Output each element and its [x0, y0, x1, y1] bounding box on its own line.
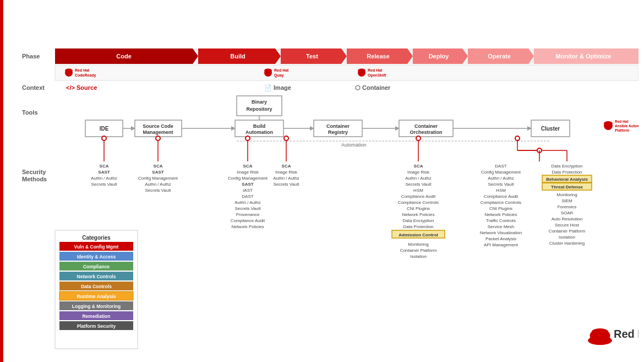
svg-text:Image Risk: Image Risk	[407, 170, 430, 175]
svg-text:Image Risk: Image Risk	[237, 170, 259, 175]
svg-text:Authn / Authz: Authn / Authz	[488, 176, 514, 181]
svg-text:Traffic Controls: Traffic Controls	[486, 218, 516, 223]
svg-text:Provenance: Provenance	[236, 212, 260, 217]
svg-text:SOAR: SOAR	[561, 210, 574, 215]
svg-text:Monitoring: Monitoring	[408, 242, 428, 247]
svg-text:Quay: Quay	[274, 73, 284, 78]
svg-text:Forensics: Forensics	[558, 204, 577, 209]
svg-text:Secrets Vault: Secrets Vault	[235, 206, 261, 211]
svg-text:Compliance Controls: Compliance Controls	[398, 200, 439, 205]
svg-text:Config Management: Config Management	[138, 176, 178, 181]
svg-point-66	[604, 121, 613, 126]
svg-text:Red Hat: Red Hat	[368, 68, 383, 72]
svg-text:SAST: SAST	[98, 170, 110, 175]
svg-text:Container Platform: Container Platform	[549, 229, 586, 234]
svg-text:API Management: API Management	[484, 242, 519, 247]
svg-text:Operate: Operate	[488, 53, 511, 60]
main-diagram: Code Build Test Release Deploy Operate M…	[22, 48, 638, 362]
svg-text:Container: Container	[326, 123, 350, 129]
svg-text:Test: Test	[306, 53, 318, 60]
svg-text:Methods: Methods	[22, 176, 47, 182]
svg-text:Threat Defense: Threat Defense	[551, 185, 583, 190]
svg-text:HSM: HSM	[496, 188, 506, 193]
svg-text:Network Policies: Network Policies	[484, 212, 517, 217]
svg-text:Service Mesh: Service Mesh	[488, 224, 514, 229]
svg-text:Isolation: Isolation	[410, 254, 427, 259]
svg-text:IDE: IDE	[100, 126, 109, 132]
svg-text:CNI Plugins: CNI Plugins	[407, 206, 430, 211]
svg-text:DAST: DAST	[495, 164, 506, 169]
svg-text:Monitor & Optimize: Monitor & Optimize	[556, 53, 612, 60]
svg-point-74	[156, 136, 160, 141]
svg-text:Cluster: Cluster	[541, 126, 560, 132]
svg-text:📄 Image: 📄 Image	[264, 84, 291, 91]
svg-text:Packet Analysis: Packet Analysis	[485, 236, 516, 241]
svg-text:Compliance: Compliance	[83, 264, 110, 269]
svg-text:Security: Security	[22, 169, 46, 175]
svg-text:Network Policies: Network Policies	[231, 224, 264, 229]
svg-text:Admission Control: Admission Control	[399, 233, 438, 237]
svg-text:HSM: HSM	[413, 188, 423, 193]
svg-text:Source Code: Source Code	[143, 123, 173, 129]
svg-text:Secrets Vault: Secrets Vault	[274, 182, 300, 187]
svg-text:Authn / Authz: Authn / Authz	[405, 176, 432, 181]
svg-text:Authn / Authz: Authn / Authz	[91, 176, 117, 181]
svg-text:Runtime Analysis: Runtime Analysis	[77, 294, 116, 299]
svg-text:SCA: SCA	[100, 164, 109, 169]
svg-text:Management: Management	[143, 129, 173, 135]
svg-text:Code: Code	[116, 53, 132, 60]
svg-text:Release: Release	[367, 53, 390, 60]
svg-text:SAST: SAST	[152, 170, 163, 175]
svg-text:DAST: DAST	[242, 194, 253, 199]
svg-text:⬡ Container: ⬡ Container	[355, 84, 391, 91]
svg-text:Data Encryption: Data Encryption	[552, 164, 583, 169]
svg-point-80	[416, 136, 421, 141]
svg-text:Cluster Hardening: Cluster Hardening	[549, 241, 585, 246]
svg-text:Compliance Audit: Compliance Audit	[231, 218, 265, 223]
svg-text:Red Hat: Red Hat	[75, 68, 90, 72]
svg-text:Context: Context	[22, 84, 45, 91]
svg-text:Remediation: Remediation	[82, 314, 110, 319]
svg-point-26	[358, 69, 365, 73]
svg-text:Red Hat: Red Hat	[274, 68, 289, 72]
svg-text:Data Protection: Data Protection	[403, 224, 433, 229]
svg-text:Authn / Authz: Authn / Authz	[145, 182, 171, 187]
svg-text:Automation: Automation	[245, 129, 273, 135]
svg-text:Red Hat: Red Hat	[615, 120, 629, 123]
svg-text:Network Visualization: Network Visualization	[480, 230, 522, 235]
svg-text:Behavioral Analysis: Behavioral Analysis	[546, 177, 588, 182]
svg-text:Binary: Binary	[252, 99, 267, 105]
svg-text:Compliance Controls: Compliance Controls	[481, 200, 521, 205]
svg-text:Red Hat: Red Hat	[614, 328, 638, 340]
svg-text:Image Risk: Image Risk	[275, 170, 298, 175]
svg-text:Secure Host: Secure Host	[555, 223, 580, 228]
svg-text:OpenShift: OpenShift	[368, 73, 386, 78]
svg-text:Phase: Phase	[22, 53, 40, 60]
svg-text:Platform Security: Platform Security	[77, 323, 116, 329]
svg-point-22	[264, 69, 272, 73]
svg-point-181	[592, 328, 608, 335]
svg-text:Config Management: Config Management	[228, 176, 268, 181]
svg-text:SCA: SCA	[154, 164, 163, 169]
svg-point-82	[515, 136, 520, 141]
svg-text:Build: Build	[230, 53, 245, 60]
svg-text:Identity & Access: Identity & Access	[77, 254, 116, 260]
svg-text:SIEM: SIEM	[561, 198, 572, 203]
svg-text:Authn / Authz: Authn / Authz	[234, 200, 261, 205]
svg-point-76	[245, 136, 250, 141]
svg-point-72	[102, 136, 106, 141]
svg-text:Container: Container	[414, 123, 438, 129]
svg-text:</> Source: </> Source	[66, 84, 97, 91]
svg-text:CNI Plugins: CNI Plugins	[489, 206, 512, 211]
svg-text:Container Platform: Container Platform	[400, 248, 437, 253]
svg-text:SAST: SAST	[242, 182, 253, 187]
svg-text:Tools: Tools	[22, 109, 38, 116]
svg-point-18	[65, 69, 73, 73]
left-bar	[0, 0, 3, 362]
svg-text:Secrets Vault: Secrets Vault	[145, 188, 172, 193]
svg-text:Ansible Automation: Ansible Automation	[615, 124, 638, 128]
svg-text:Secrets Vault: Secrets Vault	[91, 182, 118, 187]
svg-text:Automation: Automation	[341, 142, 367, 148]
svg-text:Orchestration: Orchestration	[410, 129, 442, 135]
svg-text:Isolation: Isolation	[559, 235, 575, 240]
